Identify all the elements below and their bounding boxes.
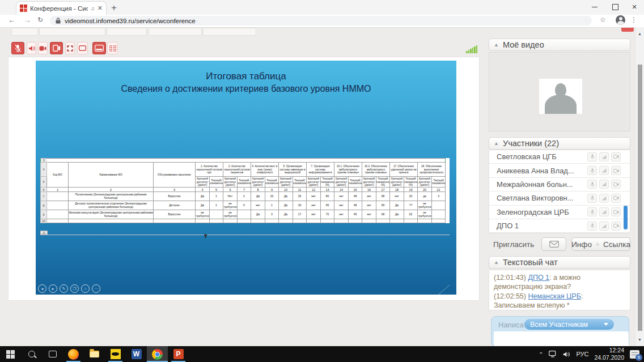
participant-camera-icon[interactable] <box>611 152 621 161</box>
my-video-header[interactable]: ▲ Моё видео <box>489 39 630 51</box>
chat-author-link[interactable]: Неманская ЦРБ <box>528 292 581 300</box>
participant-name: Зеленоградская ЦРБ <box>497 208 587 216</box>
participants-scrollbar[interactable] <box>624 206 628 229</box>
zoom-tool-button[interactable]: ○ <box>81 284 90 293</box>
forward-icon[interactable]: → <box>24 16 31 24</box>
speaker-button[interactable] <box>27 42 36 54</box>
screen-share-button[interactable] <box>77 42 88 54</box>
recipient-dropdown[interactable]: Всем Участникам <box>524 319 614 330</box>
participant-volume-icon[interactable] <box>599 152 609 161</box>
chrome-taskbar-icon[interactable] <box>147 346 168 362</box>
layout-button[interactable] <box>50 42 63 54</box>
chevron-down-icon <box>604 323 608 326</box>
address-bar[interactable]: videomost.infomed39.ru/service/wconferen… <box>50 16 592 25</box>
notification-center-icon[interactable]: 6 <box>630 350 639 359</box>
reload-icon[interactable]: ↻ <box>37 16 43 24</box>
participant-row[interactable]: Светловская ЦГБ <box>489 150 630 164</box>
fullscreen-button[interactable] <box>65 42 75 54</box>
participant-volume-icon[interactable] <box>599 166 609 175</box>
more-tools-button[interactable]: ··· <box>92 284 100 293</box>
language-indicator[interactable]: РУС <box>576 351 588 357</box>
ghost-tab <box>107 28 147 36</box>
scroll-down-icon[interactable]: ▼ <box>638 338 642 342</box>
file-explorer-taskbar-icon[interactable] <box>84 346 105 362</box>
chat-header[interactable]: ▲ Текстовый чат <box>489 256 630 269</box>
participant-camera-icon[interactable] <box>611 194 621 203</box>
participants-header[interactable]: ▲ Участники (22) <box>489 137 630 150</box>
task-view-button[interactable] <box>42 346 63 362</box>
participant-volume-icon[interactable] <box>599 222 609 231</box>
network-icon[interactable] <box>549 351 557 357</box>
chat-message-input[interactable] <box>494 331 629 347</box>
scrollbar-thumb[interactable] <box>638 65 642 331</box>
participants-list: Светловская ЦГБАникеева Анна Влад...Межр… <box>489 150 630 233</box>
participant-name: Межрайонная больн... <box>497 180 587 189</box>
participant-row[interactable]: Зеленоградская ЦРБ <box>489 206 630 219</box>
participant-mic-icon[interactable] <box>587 152 597 161</box>
participant-camera-icon[interactable] <box>611 180 621 189</box>
slide-controls: ◂ ▸ ✎ ❐ ○ ··· <box>38 284 100 293</box>
window-close-button[interactable]: ✕ <box>625 0 644 14</box>
new-tab-button[interactable]: + <box>111 2 117 14</box>
tray-clock[interactable]: 12:24 24.07.2020 <box>594 347 624 361</box>
participant-mic-icon[interactable] <box>587 194 597 203</box>
profile-avatar-icon[interactable] <box>616 15 625 25</box>
back-icon[interactable]: ← <box>8 16 15 24</box>
participant-mic-icon[interactable] <box>587 222 597 231</box>
participant-mic-icon[interactable] <box>587 166 597 175</box>
collapse-chevron-icon[interactable]: ▲ <box>494 259 499 265</box>
info-button[interactable]: Инфо <box>571 240 592 249</box>
scroll-up-icon[interactable]: ▲ <box>638 32 642 36</box>
chat-message: (12:01:43) ДПО 1: а можно демонстрацию э… <box>494 273 625 292</box>
powerpoint-taskbar-icon[interactable]: P <box>168 346 189 362</box>
start-button[interactable] <box>0 346 21 362</box>
participant-volume-icon[interactable] <box>599 194 609 203</box>
participant-row[interactable]: Светлана Викторовн... <box>489 191 630 205</box>
chat-author-link[interactable]: ДПО 1 <box>528 274 549 282</box>
tab-close-icon[interactable]: ✕ <box>98 5 103 12</box>
criteria-table: 34Код МОНаименование МООбслуживаемое нас… <box>40 158 446 223</box>
participant-row[interactable]: ДПО 1 <box>489 219 630 233</box>
bookmark-star-icon[interactable]: ☆ <box>600 16 606 24</box>
table-data-row: 7Поликлиника (Зеленоградская центральная… <box>41 192 446 201</box>
participant-row[interactable]: Межрайонная больн... <box>489 178 630 191</box>
participant-name: Аникеева Анна Влад... <box>497 167 587 175</box>
collapse-chevron-icon[interactable]: ▲ <box>494 42 499 48</box>
tray-chevron-icon[interactable]: ⌃ <box>539 351 543 357</box>
participant-row[interactable]: Аникеева Анна Влад... <box>489 164 630 177</box>
dots-grid-button[interactable] <box>107 42 118 54</box>
taskbar-search-button[interactable] <box>21 346 42 362</box>
word-taskbar-icon[interactable]: W <box>126 346 147 362</box>
participant-volume-icon[interactable] <box>599 207 609 216</box>
videomost-favicon <box>20 5 27 12</box>
info-link-button-group[interactable]: Инфо + Ссылка <box>571 237 630 251</box>
participant-camera-icon[interactable] <box>611 222 621 231</box>
browser-menu-icon[interactable]: ⋮ <box>630 16 637 24</box>
camera-button[interactable] <box>38 42 48 54</box>
volume-icon[interactable] <box>563 351 570 357</box>
red-indicator <box>621 28 634 32</box>
pen-tool-button[interactable]: ✎ <box>60 284 68 293</box>
firefox-taskbar-icon[interactable] <box>63 346 84 362</box>
link-button[interactable]: Ссылка <box>603 240 630 249</box>
microphone-muted-button[interactable] <box>11 42 24 54</box>
collapse-chevron-icon[interactable]: ▲ <box>494 140 499 146</box>
participant-camera-icon[interactable] <box>611 166 621 175</box>
slides-overview-button[interactable]: ❐ <box>70 284 79 293</box>
window-minimize-button[interactable] <box>585 0 604 14</box>
participant-mic-icon[interactable] <box>587 180 597 189</box>
browser-tab[interactable]: Конференция - Система ВК ♫ ✕ <box>16 1 107 15</box>
participant-name: Светлана Викторовн... <box>497 194 587 202</box>
prev-slide-button[interactable]: ◂ <box>38 284 46 293</box>
table-data-row: 8Детское поликлиническое отделение (Зеле… <box>41 201 446 210</box>
tab-audio-icon[interactable]: ♫ <box>91 6 95 11</box>
keyboard-panel-button[interactable] <box>92 42 106 54</box>
participant-mic-icon[interactable] <box>587 207 597 216</box>
bat-app-taskbar-icon[interactable] <box>105 346 126 362</box>
next-slide-button[interactable]: ▸ <box>49 284 57 293</box>
participant-camera-icon[interactable] <box>611 207 621 216</box>
window-restore-button[interactable] <box>605 0 625 14</box>
page-scrollbar[interactable]: ▲ ▼ <box>635 27 644 346</box>
participant-volume-icon[interactable] <box>599 180 609 189</box>
invite-email-button[interactable] <box>541 237 566 251</box>
